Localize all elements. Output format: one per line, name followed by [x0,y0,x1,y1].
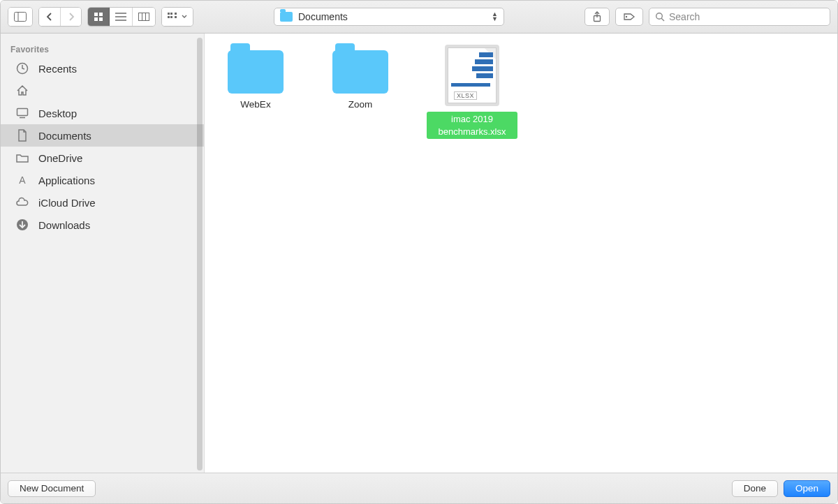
column-view-button[interactable] [132,8,155,26]
chevron-down-icon [182,15,187,19]
tag-icon [623,12,635,22]
folder-icon [332,50,388,94]
svg-point-21 [656,13,663,20]
svg-text:A: A [19,175,26,186]
sidebar-item-label: Documents [38,130,91,142]
sidebar-item-label: Recents [38,63,77,75]
download-icon [15,218,30,232]
sidebar-icon [14,12,27,22]
file-grid[interactable]: WebEx Zoom XLSX imac 2019 benchmarks.xl [205,34,837,473]
icon-view-button[interactable] [88,8,109,26]
search-icon [655,12,665,22]
dialog-footer: New Document Done Open [1,473,837,503]
clock-icon [15,61,30,75]
file-ext-badge: XLSX [454,91,477,100]
share-button[interactable] [585,8,610,26]
open-dialog-window: Documents ▲▼ Favorites [0,0,838,504]
file-item-folder[interactable]: Zoom [322,45,399,139]
share-icon [592,11,602,22]
search-field[interactable] [649,8,830,26]
svg-rect-0 [15,13,27,22]
nav-group [38,7,82,27]
back-button[interactable] [39,8,60,26]
svg-rect-2 [94,13,98,16]
updown-icon: ▲▼ [492,13,498,21]
icon-view-icon [94,12,103,22]
group-by-button[interactable] [162,8,193,26]
svg-rect-17 [175,16,177,18]
sidebar-item-applications[interactable]: A Applications [1,169,204,191]
sidebar-item-icloud[interactable]: iCloud Drive [1,191,204,214]
sidebar-item-label: Applications [38,175,95,186]
sidebar-item-documents[interactable]: Documents [1,124,204,147]
folder-icon [228,50,284,94]
sidebar-item-label: OneDrive [38,152,82,164]
svg-rect-5 [99,17,103,21]
svg-line-22 [661,18,664,21]
open-button[interactable]: Open [784,480,830,497]
toolbar: Documents ▲▼ [1,1,837,34]
svg-rect-9 [139,13,149,21]
sidebar-item-label: Downloads [38,219,90,231]
file-thumbnail: XLSX [445,45,499,106]
desktop-icon [15,106,30,120]
sidebar-item-desktop[interactable]: Desktop [1,102,204,124]
sidebar-toggle-group [8,7,33,27]
svg-point-20 [626,16,627,17]
path-control[interactable]: Documents ▲▼ [274,8,504,26]
sidebar-item-recents[interactable]: Recents [1,57,204,80]
column-view-icon [138,13,149,21]
sidebar-toggle-button[interactable] [8,8,32,26]
file-label: WebEx [240,99,270,111]
apps-icon: A [15,173,30,187]
house-icon [15,84,30,98]
chevron-right-icon [68,13,75,21]
group-by-group [161,7,193,27]
svg-rect-4 [94,17,98,21]
list-view-button[interactable] [109,8,132,26]
sidebar-item-downloads[interactable]: Downloads [1,214,204,236]
content-split: Favorites Recents Desktop Documents [1,34,837,473]
sidebar: Favorites Recents Desktop Documents [1,34,205,473]
sidebar-item-label: iCloud Drive [38,197,96,209]
path-title: Documents [298,11,486,22]
sidebar-section-title: Favorites [1,40,204,57]
view-mode-group [87,7,156,27]
tags-button[interactable] [615,8,643,26]
sidebar-item-onedrive[interactable]: OneDrive [1,147,204,169]
new-document-button[interactable]: New Document [8,480,96,497]
list-view-icon [115,13,126,21]
file-label: Zoom [348,99,373,111]
forward-button[interactable] [60,8,81,26]
chevron-left-icon [46,13,53,21]
svg-rect-3 [99,13,103,16]
svg-rect-16 [170,16,172,18]
done-button[interactable]: Done [732,480,778,497]
file-label: imac 2019 benchmarks.xlsx [427,112,517,139]
svg-rect-12 [168,13,170,15]
file-item-file[interactable]: XLSX imac 2019 benchmarks.xlsx [427,45,517,139]
sidebar-item-home[interactable] [1,80,204,102]
folder-icon [280,12,293,22]
folder-icon [15,151,30,165]
svg-rect-24 [17,109,28,116]
document-icon [15,128,30,142]
search-input[interactable] [669,11,824,22]
svg-rect-14 [175,13,177,15]
sidebar-scrollbar[interactable] [197,38,203,470]
sidebar-item-label: Desktop [38,108,77,119]
xlsx-icon: XLSX [448,47,497,103]
svg-rect-13 [170,13,172,15]
svg-rect-15 [168,16,170,18]
file-item-folder[interactable]: WebEx [217,45,294,139]
group-icon [168,13,179,21]
cloud-icon [15,195,30,209]
